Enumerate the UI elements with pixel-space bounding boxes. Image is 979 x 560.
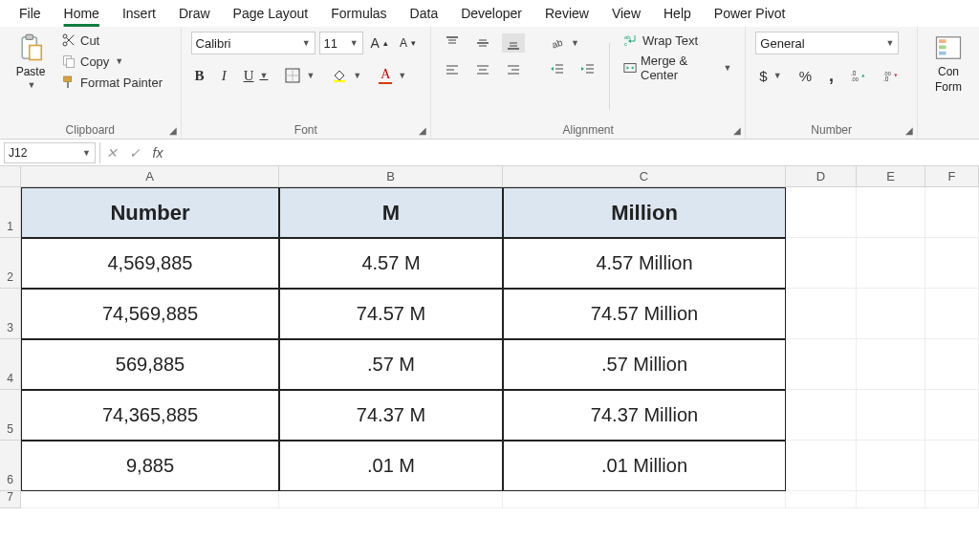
cell-a4[interactable]: 569,885 [21,339,279,390]
decrease-decimal-button[interactable]: .00.0 [880,66,903,85]
cell-c3[interactable]: 74.57 Million [503,289,786,339]
dialog-launcher-icon[interactable]: ◢ [419,125,426,136]
col-header-c[interactable]: C [503,166,786,187]
cell-e2[interactable] [857,238,925,289]
decrease-font-button[interactable]: A▾ [396,34,420,52]
cell-f1[interactable] [925,187,979,238]
cell-e4[interactable] [857,339,925,390]
cell-b2[interactable]: 4.57 M [279,238,503,289]
row-header-5[interactable]: 5 [0,390,21,441]
col-header-b[interactable]: B [279,166,503,187]
font-size-combo[interactable]: 11▼ [319,32,363,54]
increase-font-button[interactable]: A▴ [367,33,392,53]
cell-c5[interactable]: 74.37 Million [503,390,786,441]
row-header-6[interactable]: 6 [0,441,21,491]
formula-input[interactable] [169,142,979,163]
row-header-2[interactable]: 2 [0,238,21,289]
cell-b3[interactable]: 74.57 M [279,289,503,339]
menu-home[interactable]: Home [53,2,111,27]
menu-file[interactable]: File [8,2,53,27]
row-header-3[interactable]: 3 [0,289,21,339]
cell-b5[interactable]: 74.37 M [279,390,503,441]
cell-a7[interactable] [21,491,279,508]
fill-color-button[interactable]: ▼ [328,66,365,85]
cell-b6[interactable]: .01 M [279,441,503,491]
cell-a5[interactable]: 74,365,885 [21,390,279,441]
decrease-indent-button[interactable] [546,60,569,79]
cell-a6[interactable]: 9,885 [21,441,279,491]
row-header-7[interactable]: 7 [0,491,21,508]
cell-e6[interactable] [857,441,925,491]
conditional-formatting-button[interactable]: Con Form [927,31,969,96]
col-header-e[interactable]: E [857,166,925,187]
cell-d3[interactable] [786,289,857,339]
merge-center-button[interactable]: Merge & Center▼ [620,52,735,84]
align-center-button[interactable] [471,60,494,79]
cell-f5[interactable] [925,390,979,441]
cell-f3[interactable] [925,289,979,339]
comma-button[interactable]: , [825,64,838,88]
font-color-button[interactable]: A▼ [375,65,410,86]
cell-c7[interactable] [503,491,786,508]
cell-d5[interactable] [786,390,857,441]
percent-button[interactable]: % [795,66,816,86]
align-middle-button[interactable] [471,33,494,53]
align-left-button[interactable] [441,60,464,79]
align-top-button[interactable] [441,33,464,53]
name-box[interactable]: J12▼ [4,142,96,163]
menu-insert[interactable]: Insert [111,2,167,27]
underline-button[interactable]: U▼ [240,66,272,86]
menu-formulas[interactable]: Formulas [319,2,398,27]
col-header-d[interactable]: D [786,166,857,187]
cell-f2[interactable] [925,238,979,289]
cell-d7[interactable] [786,491,857,508]
align-bottom-button[interactable] [502,33,525,53]
cell-e1[interactable] [857,187,925,238]
format-painter-button[interactable]: Format Painter [57,73,166,92]
menu-developer[interactable]: Developer [449,2,533,27]
cell-b1[interactable]: M [279,187,503,238]
dialog-launcher-icon[interactable]: ◢ [169,125,177,136]
borders-button[interactable]: ▼ [281,66,318,85]
cell-a3[interactable]: 74,569,885 [21,289,279,339]
currency-button[interactable]: $▼ [755,66,785,86]
col-header-a[interactable]: A [21,166,279,187]
cell-a1[interactable]: Number [21,187,279,238]
cell-c6[interactable]: .01 Million [503,441,786,491]
menu-draw[interactable]: Draw [167,2,222,27]
menu-page-layout[interactable]: Page Layout [222,2,320,27]
orientation-button[interactable]: ab▼ [546,33,583,53]
cell-c2[interactable]: 4.57 Million [503,238,786,289]
insert-function-button[interactable]: fx [146,145,169,161]
dialog-launcher-icon[interactable]: ◢ [905,125,913,136]
cell-e3[interactable] [857,289,925,339]
copy-button[interactable]: Copy▼ [57,52,166,71]
cell-a2[interactable]: 4,569,885 [21,238,279,289]
dialog-launcher-icon[interactable]: ◢ [733,125,741,136]
formula-cancel-button[interactable]: ✕ [100,145,123,161]
number-format-combo[interactable]: General▼ [755,32,899,54]
formula-enter-button[interactable]: ✓ [123,145,146,161]
select-all-corner[interactable] [0,166,21,187]
font-name-combo[interactable]: Calibri▼ [191,32,315,54]
menu-power-pivot[interactable]: Power Pivot [703,2,797,27]
cell-b7[interactable] [279,491,503,508]
paste-button[interactable]: Paste ▼ [10,31,52,92]
increase-indent-button[interactable] [577,60,599,79]
cell-e5[interactable] [857,390,925,441]
cell-f6[interactable] [925,441,979,491]
cell-f7[interactable] [925,491,979,508]
menu-view[interactable]: View [600,2,652,27]
bold-button[interactable]: B [191,66,208,86]
cell-c4[interactable]: .57 Million [503,339,786,390]
col-header-f[interactable]: F [925,166,979,187]
cell-f4[interactable] [925,339,979,390]
cell-d2[interactable] [786,238,857,289]
cell-d1[interactable] [786,187,857,238]
cell-c1[interactable]: Million [503,187,786,238]
increase-decimal-button[interactable]: .0.00 [847,66,870,85]
row-header-1[interactable]: 1 [0,187,21,238]
align-right-button[interactable] [502,60,525,79]
cell-d6[interactable] [786,441,857,491]
menu-data[interactable]: Data [399,2,450,27]
